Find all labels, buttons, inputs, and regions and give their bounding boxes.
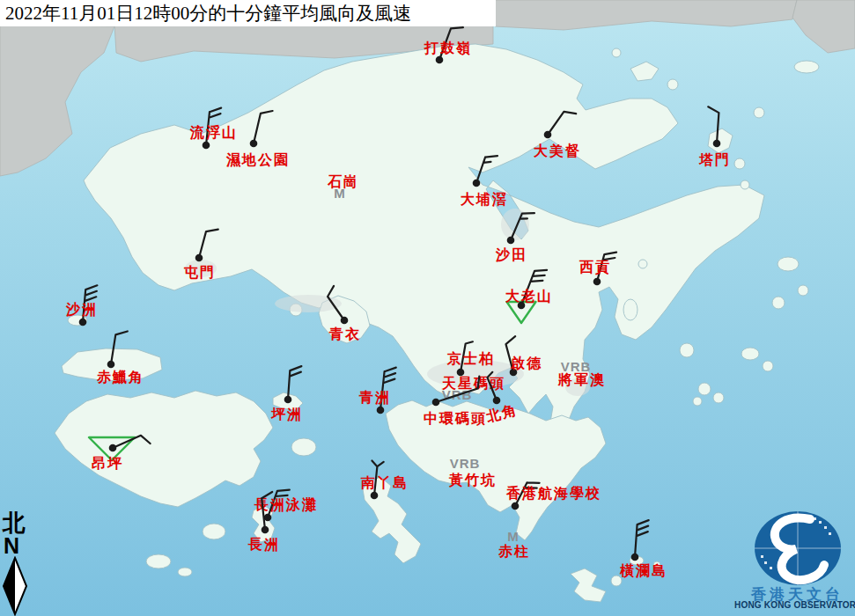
island-town [680, 343, 694, 357]
station-lau-fau-shan-dot [203, 142, 210, 150]
island-shek-kwu-chau [203, 524, 225, 539]
island-ninepin-2 [713, 392, 724, 403]
station-ta-kwu-ling-dot [436, 56, 444, 64]
compass-north-letter: N [4, 535, 32, 556]
island-crooked-2 [612, 48, 621, 57]
station-waglan-island-dot [631, 554, 639, 561]
station-ngong-ping-dot [109, 444, 117, 452]
island-ninepin-1 [698, 383, 711, 395]
station-tap-mun-label: 塔門 [698, 152, 731, 167]
island-shelter [638, 260, 647, 268]
island-grass-2 [741, 180, 749, 189]
station-wetland-park-label: 濕地公園 [225, 152, 290, 168]
station-stanley-m-tag: M [507, 529, 520, 544]
station-sha-tin-dot [507, 237, 515, 245]
station-chek-lap-kok-dot [107, 361, 115, 369]
station-wong-chuk-hang-label: 黃竹坑 [448, 473, 497, 488]
station-tai-mei-tuk-label: 大美督 [534, 143, 581, 158]
station-tseung-kwan-o-label: 將軍澳 [557, 372, 606, 387]
station-ta-kwu-ling-label: 打鼓嶺 [424, 40, 472, 55]
station-cheung-chau-label: 長洲 [247, 537, 280, 552]
island-hei-ling-chau [291, 438, 316, 456]
wind-map-canvas: 流浮山濕地公園打鼓嶺M石崗大美督塔門大埔滘沙田西貢大老山屯門沙洲赤鱲角青衣京士柏… [0, 0, 855, 616]
island-bluff [763, 361, 773, 371]
station-central-pier-label: 中環碼頭 [424, 411, 487, 427]
island-soko-2 [178, 568, 192, 576]
station-sai-kung-dot [593, 278, 601, 286]
station-sha-tin-label: 沙田 [495, 247, 527, 262]
station-green-island-label: 青洲 [358, 390, 391, 405]
station-shek-kong-label: 石崗 [327, 174, 359, 189]
station-hk-sea-school-dot [512, 502, 520, 510]
island-basalt [741, 348, 759, 360]
station-tsing-yi-label: 青衣 [328, 326, 361, 341]
island-soko-1 [146, 554, 171, 568]
station-sai-kung-label: 西貢 [579, 260, 611, 275]
station-tap-mun-dot [713, 140, 721, 148]
station-peng-chau-label: 坪洲 [270, 407, 303, 422]
station-sha-chau-dot [79, 319, 87, 326]
station-sha-chau-label: 沙洲 [65, 302, 98, 317]
island-east-2 [798, 285, 808, 296]
station-cheung-chau-beach-dot [264, 514, 272, 522]
compass-north-hanzi: 北 [3, 512, 32, 535]
station-tsing-yi-dot [341, 317, 349, 325]
island-ninepin-3 [693, 397, 702, 406]
station-lamma-island-dot [371, 492, 379, 500]
station-kai-tak-label: 啟德 [510, 356, 542, 370]
station-lamma-island-label: 南丫島 [360, 475, 409, 490]
island-kau-sai-chau [623, 299, 638, 320]
station-chek-lap-kok-label: 赤鱲角 [96, 370, 144, 385]
station-tuen-mun-label: 屯門 [183, 265, 216, 280]
station-peng-chau-dot [284, 396, 292, 404]
hko-logo-english: HONG KONG OBSERVATORY [734, 600, 855, 610]
station-stanley-label: 赤柱 [498, 544, 530, 559]
station-tuen-mun-dot [195, 254, 203, 262]
station-hk-sea-school-label: 香港航海學校 [505, 485, 601, 501]
island-tung-ping-chau [794, 61, 819, 73]
station-central-pier-dot [432, 399, 440, 407]
station-cheung-chau-dot [262, 526, 269, 534]
island-port [754, 107, 764, 118]
map-title: 2022年11月01日12時00分的十分鐘平均風向及風速 [0, 0, 496, 26]
station-tai-po-kau-dot [473, 180, 481, 187]
station-lau-fau-shan-label: 流浮山 [189, 124, 238, 140]
compass-arrow-icon [0, 556, 30, 616]
hko-logo: 香港天文台 HONG KONG OBSERVATORY [740, 509, 855, 616]
station-wetland-park-dot [250, 140, 258, 148]
island-east-1 [778, 257, 799, 271]
station-tai-mei-tuk-dot [544, 131, 552, 139]
island-grass-1 [734, 158, 745, 169]
island-crooked-1 [667, 79, 678, 90]
station-kings-park-dot [457, 369, 465, 377]
station-waglan-island-label: 橫瀾島 [619, 563, 667, 578]
station-kings-park-label: 京士柏 [446, 350, 495, 366]
station-ngong-ping-label: 昂坪 [92, 456, 123, 471]
station-wong-chuk-hang-vrb-tag: VRB [450, 456, 481, 471]
station-green-island-dot [377, 407, 385, 414]
north-compass: 北 N [0, 512, 32, 616]
station-tai-po-kau-label: 大埔滘 [461, 191, 508, 207]
station-tates-cairn-label: 大老山 [505, 289, 553, 304]
station-north-point-dot [493, 397, 501, 405]
base-map: 流浮山濕地公園打鼓嶺M石崗大美督塔門大埔滘沙田西貢大老山屯門沙洲赤鱲角青衣京士柏… [0, 0, 855, 616]
island-east-3 [772, 297, 785, 309]
